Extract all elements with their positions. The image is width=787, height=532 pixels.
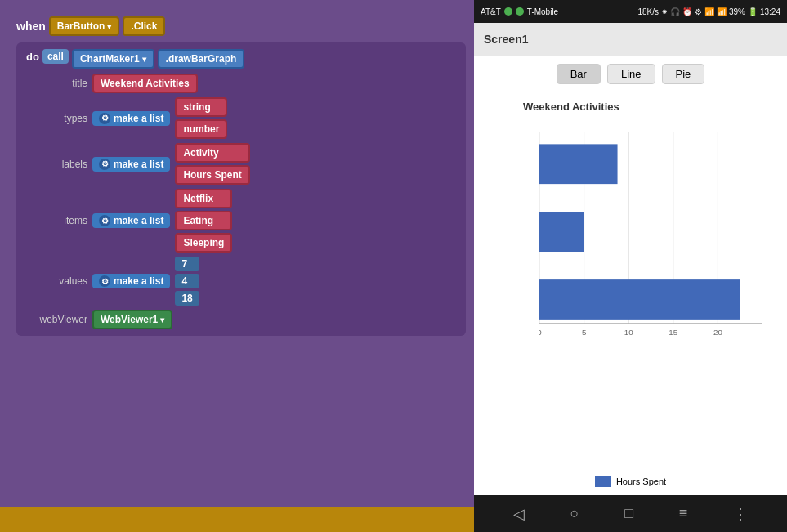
- value-7[interactable]: 7: [175, 257, 199, 271]
- bar-chart-svg: Netflix Eating Sleeping 0 5 10 15 20: [539, 121, 762, 382]
- bar-button[interactable]: Bar: [557, 64, 601, 84]
- block-editor: when BarButton .Click do call ChartMaker…: [0, 0, 474, 532]
- bar-eating: [539, 212, 584, 252]
- do-section: do call ChartMaker1 .drawBarGraph title …: [16, 42, 466, 336]
- items-list: Netflix Eating Sleeping: [175, 189, 232, 253]
- draw-bar-graph-pill[interactable]: .drawBarGraph: [158, 49, 245, 69]
- click-pill[interactable]: .Click: [123, 16, 165, 36]
- bottom-bar: [0, 507, 474, 532]
- screen-title: Screen1: [484, 33, 528, 46]
- param-title-label: title: [34, 78, 87, 89]
- headphone-icon: 🎧: [670, 7, 680, 16]
- x-tick-5: 5: [582, 328, 587, 337]
- chart-maker-pill[interactable]: ChartMaker1: [72, 49, 154, 69]
- settings-icon: ⚙: [695, 7, 702, 16]
- types-list: string number: [175, 97, 227, 139]
- chart-container: Weekend Activities Netflix Eating Sleep: [482, 92, 779, 472]
- param-items-row: items ⚙ make a list Netflix Eating Sleep…: [34, 189, 456, 253]
- chart-buttons: Bar Line Pie: [482, 64, 779, 84]
- param-types-row: types ⚙ make a list string number: [34, 97, 456, 139]
- value-18[interactable]: 18: [175, 291, 199, 306]
- item-sleeping[interactable]: Sleeping: [175, 233, 232, 253]
- status-left: AT&T T-Mobile: [481, 7, 558, 16]
- types-make-list[interactable]: ⚙ make a list: [92, 111, 170, 126]
- status-right: 18K/s ⁕ 🎧 ⏰ ⚙ 📶 📶 39% 🔋 13:24: [637, 7, 780, 16]
- param-items-label: items: [34, 215, 87, 226]
- items-make-list[interactable]: ⚙ make a list: [92, 213, 170, 228]
- labels-list: Activity Hours Spent: [175, 143, 249, 185]
- item-netflix[interactable]: Netflix: [175, 189, 232, 208]
- list-icon-3: ⚙: [99, 215, 110, 226]
- battery-pct: 39%: [729, 7, 745, 16]
- param-values-label: values: [34, 275, 87, 287]
- chart-title: Weekend Activities: [523, 101, 762, 113]
- legend-color-box: [595, 476, 611, 487]
- chart-area: Bar Line Pie Weekend Activities: [474, 56, 787, 495]
- signal-dot-1: [504, 7, 512, 16]
- x-tick-15: 15: [669, 328, 677, 337]
- param-title-row: title Weekend Activities: [34, 74, 456, 93]
- nav-bar: ◁ ○ □ ≡ ⋮: [474, 495, 787, 532]
- list-icon: ⚙: [99, 113, 110, 124]
- params-section: title Weekend Activities types ⚙ make a …: [34, 74, 456, 329]
- app-bar: Screen1: [474, 23, 787, 56]
- bar-button-pill[interactable]: BarButton: [49, 16, 120, 36]
- line-button[interactable]: Line: [607, 64, 655, 84]
- menu2-button[interactable]: ⋮: [733, 505, 748, 523]
- call-row: do call ChartMaker1 .drawBarGraph: [26, 49, 456, 69]
- x-tick-20: 20: [713, 328, 722, 337]
- signal-icon: 📶: [717, 7, 727, 16]
- param-labels-row: labels ⚙ make a list Activity Hours Spen…: [34, 143, 456, 185]
- chart-legend: Hours Spent: [482, 476, 779, 487]
- param-webviewer-label: webViewer: [34, 314, 87, 325]
- alarm-icon: ⏰: [682, 7, 692, 16]
- param-values-row: values ⚙ make a list 7 4 18: [34, 257, 456, 306]
- wifi-icon: 📶: [704, 7, 714, 16]
- legend-label: Hours Spent: [616, 476, 666, 486]
- when-keyword: when: [16, 20, 46, 33]
- label-activity[interactable]: Activity: [175, 143, 249, 163]
- battery-icon: 🔋: [748, 7, 758, 16]
- values-make-list[interactable]: ⚙ make a list: [92, 274, 170, 288]
- type-string[interactable]: string: [175, 97, 227, 117]
- do-keyword: do: [26, 49, 39, 63]
- title-value-pill: Weekend Activities: [92, 74, 198, 93]
- item-eating[interactable]: Eating: [175, 211, 232, 230]
- clock: 13:24: [760, 7, 780, 16]
- home-button[interactable]: ○: [570, 505, 579, 522]
- label-hours-spent[interactable]: Hours Spent: [175, 165, 249, 185]
- signal-dot-2: [516, 7, 524, 16]
- data-speed: 18K/s: [637, 7, 659, 16]
- param-labels-label: labels: [34, 159, 87, 170]
- pie-button[interactable]: Pie: [662, 64, 705, 84]
- call-keyword: call: [42, 49, 69, 64]
- type-number[interactable]: number: [175, 119, 227, 139]
- x-tick-10: 10: [624, 328, 633, 337]
- list-icon-2: ⚙: [99, 159, 110, 170]
- menu1-button[interactable]: ≡: [679, 505, 688, 522]
- bar-sleeping: [539, 279, 740, 320]
- x-tick-0: 0: [539, 328, 542, 337]
- values-list: 7 4 18: [175, 257, 199, 306]
- carrier-1: AT&T: [481, 7, 501, 16]
- carrier-2: T-Mobile: [527, 7, 558, 16]
- status-bar: AT&T T-Mobile 18K/s ⁕ 🎧 ⏰ ⚙ 📶 📶 39% 🔋 13…: [474, 0, 787, 23]
- param-types-label: types: [34, 113, 87, 124]
- bar-netflix: [539, 144, 618, 184]
- param-webviewer-row: webViewer WebViewer1: [34, 310, 456, 329]
- list-icon-4: ⚙: [99, 275, 110, 287]
- value-4[interactable]: 4: [175, 274, 199, 288]
- back-button[interactable]: ◁: [513, 505, 525, 523]
- phone-panel: AT&T T-Mobile 18K/s ⁕ 🎧 ⏰ ⚙ 📶 📶 39% 🔋 13…: [474, 0, 787, 532]
- labels-make-list[interactable]: ⚙ make a list: [92, 157, 170, 172]
- webviewer-pill[interactable]: WebViewer1: [92, 310, 172, 329]
- recent-button[interactable]: □: [624, 505, 633, 522]
- when-row: when BarButton .Click: [16, 16, 466, 36]
- bluetooth-icon: ⁕: [661, 7, 668, 16]
